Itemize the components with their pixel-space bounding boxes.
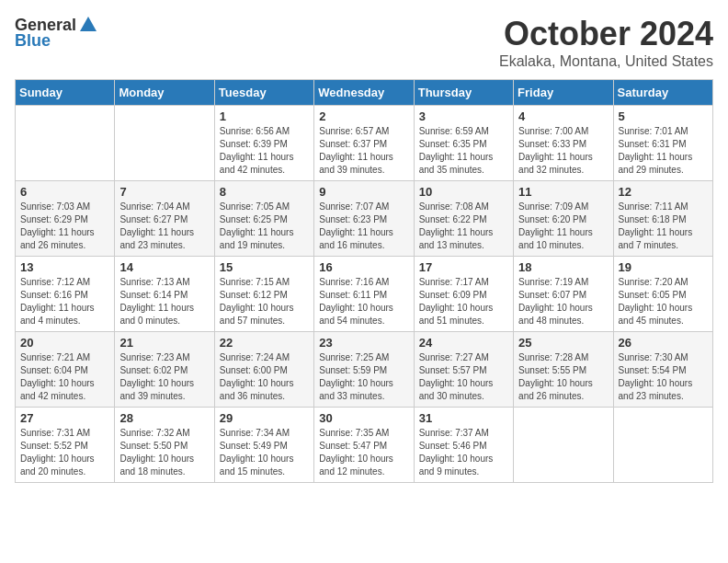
day-number: 26 (619, 336, 708, 350)
day-info: Sunrise: 7:35 AMSunset: 5:47 PMDaylight:… (319, 427, 408, 478)
calendar-cell: 2Sunrise: 6:57 AMSunset: 6:37 PMDaylight… (314, 106, 414, 181)
day-number: 29 (220, 411, 309, 425)
day-info: Sunrise: 7:16 AMSunset: 6:11 PMDaylight:… (319, 276, 408, 327)
calendar-cell: 5Sunrise: 7:01 AMSunset: 6:31 PMDaylight… (613, 106, 712, 181)
calendar-cell: 14Sunrise: 7:13 AMSunset: 6:14 PMDayligh… (115, 257, 214, 332)
day-info: Sunrise: 7:01 AMSunset: 6:31 PMDaylight:… (619, 125, 708, 177)
day-number: 27 (20, 411, 109, 425)
calendar-cell: 12Sunrise: 7:11 AMSunset: 6:18 PMDayligh… (613, 181, 712, 257)
calendar-cell: 26Sunrise: 7:30 AMSunset: 5:54 PMDayligh… (613, 332, 712, 408)
day-info: Sunrise: 7:04 AMSunset: 6:27 PMDaylight:… (119, 201, 209, 252)
svg-marker-0 (80, 17, 97, 31)
day-info: Sunrise: 7:13 AMSunset: 6:14 PMDaylight:… (119, 276, 209, 327)
day-number: 30 (319, 411, 408, 425)
day-info: Sunrise: 6:57 AMSunset: 6:37 PMDaylight:… (319, 125, 408, 177)
day-number: 12 (619, 185, 708, 199)
calendar-cell: 24Sunrise: 7:27 AMSunset: 5:57 PMDayligh… (414, 332, 513, 408)
calendar-cell: 6Sunrise: 7:03 AMSunset: 6:29 PMDaylight… (16, 181, 115, 257)
day-info: Sunrise: 7:09 AMSunset: 6:20 PMDaylight:… (518, 201, 608, 252)
calendar-cell (613, 408, 712, 483)
day-number: 10 (419, 185, 508, 199)
day-info: Sunrise: 7:12 AMSunset: 6:16 PMDaylight:… (20, 276, 109, 327)
day-number: 1 (220, 109, 309, 123)
calendar-cell: 15Sunrise: 7:15 AMSunset: 6:12 PMDayligh… (214, 257, 313, 332)
day-number: 15 (220, 260, 309, 274)
calendar-cell: 23Sunrise: 7:25 AMSunset: 5:59 PMDayligh… (314, 332, 414, 408)
logo-blue-text: Blue (15, 31, 51, 51)
day-info: Sunrise: 7:31 AMSunset: 5:52 PMDaylight:… (20, 427, 109, 478)
day-info: Sunrise: 7:20 AMSunset: 6:05 PMDaylight:… (619, 276, 708, 327)
calendar-cell: 8Sunrise: 7:05 AMSunset: 6:25 PMDaylight… (214, 181, 313, 257)
day-number: 2 (319, 109, 408, 123)
title-block: October 2024 Ekalaka, Montana, United St… (499, 15, 713, 70)
day-info: Sunrise: 7:37 AMSunset: 5:46 PMDaylight:… (419, 427, 508, 478)
day-number: 21 (119, 336, 209, 350)
day-info: Sunrise: 7:19 AMSunset: 6:07 PMDaylight:… (518, 276, 608, 327)
day-info: Sunrise: 6:56 AMSunset: 6:39 PMDaylight:… (220, 125, 309, 177)
day-info: Sunrise: 7:25 AMSunset: 5:59 PMDaylight:… (319, 351, 408, 403)
calendar-cell: 20Sunrise: 7:21 AMSunset: 6:04 PMDayligh… (16, 332, 115, 408)
logo: General Blue (15, 15, 98, 51)
day-number: 22 (220, 336, 309, 350)
day-number: 13 (20, 260, 109, 274)
day-number: 24 (419, 336, 508, 350)
calendar-header-row: SundayMondayTuesdayWednesdayThursdayFrid… (16, 80, 713, 106)
calendar-cell: 27Sunrise: 7:31 AMSunset: 5:52 PMDayligh… (16, 408, 115, 483)
calendar-week-row: 1Sunrise: 6:56 AMSunset: 6:39 PMDaylight… (16, 106, 713, 181)
day-info: Sunrise: 7:28 AMSunset: 5:55 PMDaylight:… (518, 351, 608, 403)
calendar-cell: 21Sunrise: 7:23 AMSunset: 6:02 PMDayligh… (115, 332, 214, 408)
day-number: 16 (319, 260, 408, 274)
calendar-cell: 19Sunrise: 7:20 AMSunset: 6:05 PMDayligh… (613, 257, 712, 332)
day-info: Sunrise: 7:21 AMSunset: 6:04 PMDaylight:… (20, 351, 109, 403)
day-number: 6 (20, 185, 109, 199)
calendar-cell: 7Sunrise: 7:04 AMSunset: 6:27 PMDaylight… (115, 181, 214, 257)
calendar-week-row: 20Sunrise: 7:21 AMSunset: 6:04 PMDayligh… (16, 332, 713, 408)
day-info: Sunrise: 7:34 AMSunset: 5:49 PMDaylight:… (220, 427, 309, 478)
day-number: 7 (119, 185, 209, 199)
day-info: Sunrise: 7:05 AMSunset: 6:25 PMDaylight:… (220, 201, 309, 252)
weekday-header: Friday (514, 80, 613, 106)
day-number: 31 (419, 411, 508, 425)
calendar-week-row: 13Sunrise: 7:12 AMSunset: 6:16 PMDayligh… (16, 257, 713, 332)
day-info: Sunrise: 7:00 AMSunset: 6:33 PMDaylight:… (518, 125, 608, 177)
location-title: Ekalaka, Montana, United States (499, 53, 713, 70)
day-number: 19 (619, 260, 708, 274)
day-number: 28 (119, 411, 209, 425)
day-number: 3 (419, 109, 508, 123)
calendar-cell (514, 408, 613, 483)
weekday-header: Tuesday (214, 80, 313, 106)
day-number: 5 (619, 109, 708, 123)
calendar-cell (115, 106, 214, 181)
calendar-cell: 22Sunrise: 7:24 AMSunset: 6:00 PMDayligh… (214, 332, 313, 408)
day-info: Sunrise: 7:07 AMSunset: 6:23 PMDaylight:… (319, 201, 408, 252)
day-number: 14 (119, 260, 209, 274)
day-info: Sunrise: 6:59 AMSunset: 6:35 PMDaylight:… (419, 125, 508, 177)
calendar-cell: 4Sunrise: 7:00 AMSunset: 6:33 PMDaylight… (514, 106, 613, 181)
day-number: 17 (419, 260, 508, 274)
day-info: Sunrise: 7:17 AMSunset: 6:09 PMDaylight:… (419, 276, 508, 327)
weekday-header: Monday (115, 80, 214, 106)
day-number: 20 (20, 336, 109, 350)
calendar-cell: 11Sunrise: 7:09 AMSunset: 6:20 PMDayligh… (514, 181, 613, 257)
day-number: 11 (518, 185, 608, 199)
calendar-cell: 10Sunrise: 7:08 AMSunset: 6:22 PMDayligh… (414, 181, 513, 257)
calendar-cell: 29Sunrise: 7:34 AMSunset: 5:49 PMDayligh… (214, 408, 313, 483)
calendar-cell: 9Sunrise: 7:07 AMSunset: 6:23 PMDaylight… (314, 181, 414, 257)
month-title: October 2024 (499, 15, 713, 53)
calendar-week-row: 6Sunrise: 7:03 AMSunset: 6:29 PMDaylight… (16, 181, 713, 257)
day-info: Sunrise: 7:30 AMSunset: 5:54 PMDaylight:… (619, 351, 708, 403)
calendar-cell: 16Sunrise: 7:16 AMSunset: 6:11 PMDayligh… (314, 257, 414, 332)
day-info: Sunrise: 7:11 AMSunset: 6:18 PMDaylight:… (619, 201, 708, 252)
day-info: Sunrise: 7:32 AMSunset: 5:50 PMDaylight:… (119, 427, 209, 478)
calendar-cell: 3Sunrise: 6:59 AMSunset: 6:35 PMDaylight… (414, 106, 513, 181)
calendar: SundayMondayTuesdayWednesdayThursdayFrid… (15, 79, 713, 483)
day-number: 9 (319, 185, 408, 199)
day-number: 8 (220, 185, 309, 199)
calendar-cell: 1Sunrise: 6:56 AMSunset: 6:39 PMDaylight… (214, 106, 313, 181)
day-info: Sunrise: 7:15 AMSunset: 6:12 PMDaylight:… (220, 276, 309, 327)
day-number: 25 (518, 336, 608, 350)
calendar-cell (16, 106, 115, 181)
calendar-cell: 13Sunrise: 7:12 AMSunset: 6:16 PMDayligh… (16, 257, 115, 332)
day-number: 18 (518, 260, 608, 274)
weekday-header: Thursday (414, 80, 513, 106)
